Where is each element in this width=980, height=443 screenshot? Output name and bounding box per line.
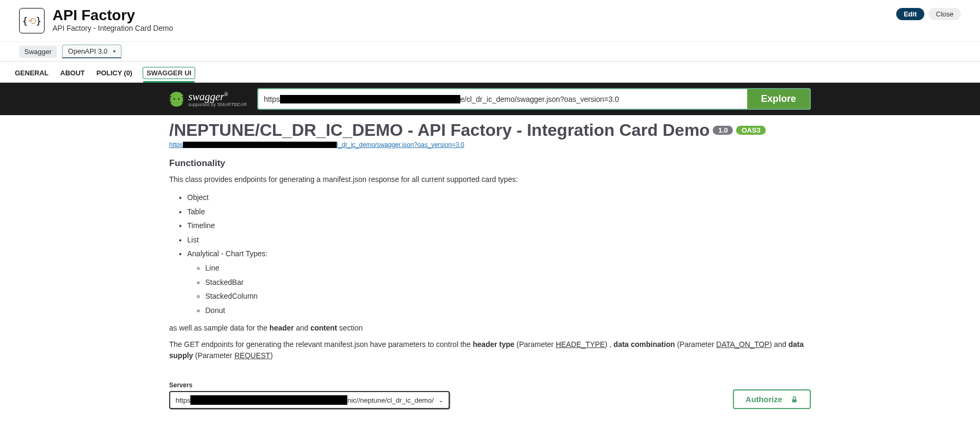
openapi-version-label: OpenAPI 3.0 bbox=[68, 47, 107, 55]
list-item: List bbox=[187, 233, 811, 247]
intro-text: This class provides endpoints for genera… bbox=[169, 174, 811, 185]
header-actions: Edit Close bbox=[896, 8, 961, 20]
redacted-block bbox=[183, 142, 337, 148]
swagger-logo-icon: {··} bbox=[169, 92, 184, 107]
page-header: {⟲} API Factory API Factory - Integratio… bbox=[0, 0, 980, 42]
oas-badge: OAS3 bbox=[736, 126, 765, 135]
page-title: API Factory bbox=[52, 8, 173, 23]
list-item: Object bbox=[187, 190, 811, 205]
servers-label: Servers bbox=[169, 381, 450, 389]
tab-general[interactable]: GENERAL bbox=[14, 67, 50, 82]
api-spec-link[interactable]: httpsl_dr_ic_demo/swagger.json?oas_versi… bbox=[169, 141, 811, 149]
edit-button[interactable]: Edit bbox=[896, 8, 924, 20]
page-subtitle: API Factory - Integration Card Demo bbox=[52, 24, 173, 32]
tab-about[interactable]: ABOUT bbox=[59, 67, 86, 82]
redacted-block bbox=[280, 95, 460, 103]
svg-rect-0 bbox=[792, 399, 797, 402]
server-select[interactable]: httpsnic//neptune/cl_dr_ic_demo/ ⌄ bbox=[169, 391, 450, 409]
server-suffix: nic//neptune/cl_dr_ic_demo/ bbox=[347, 396, 434, 404]
parameters-text: The GET endpoints for generating the rel… bbox=[169, 339, 811, 361]
sample-data-text: as well as sample data for the header an… bbox=[169, 323, 811, 334]
link-suffix: l_dr_ic_demo/swagger.json?oas_version=3.… bbox=[337, 141, 465, 149]
close-button[interactable]: Close bbox=[929, 8, 961, 20]
version-badge: 1.0 bbox=[713, 126, 733, 135]
swagger-chip: Swagger bbox=[19, 46, 57, 58]
swagger-url-bar: httpse/cl_dr_ic_demo/swagger.json?oas_ve… bbox=[257, 88, 811, 110]
header-left: {⟲} API Factory API Factory - Integratio… bbox=[19, 8, 173, 33]
sub-toolbar: Swagger OpenAPI 3.0 ▾ bbox=[0, 42, 980, 62]
swagger-supported-text: supported by SMARTBEAR bbox=[188, 102, 247, 107]
authorize-label: Authorize bbox=[746, 395, 782, 404]
title-block: API Factory API Factory - Integration Ca… bbox=[52, 8, 173, 32]
servers-block: Servers httpsnic//neptune/cl_dr_ic_demo/… bbox=[169, 381, 450, 409]
list-item: Line bbox=[205, 261, 811, 275]
swagger-url-input[interactable]: httpse/cl_dr_ic_demo/swagger.json?oas_ve… bbox=[258, 89, 747, 109]
authorize-button[interactable]: Authorize bbox=[733, 389, 811, 409]
explore-button[interactable]: Explore bbox=[747, 89, 810, 109]
api-title-row: /NEPTUNE/CL_DR_IC_DEMO - API Factory - I… bbox=[169, 120, 811, 140]
tab-swagger-ui[interactable]: SWAGGER UI bbox=[143, 67, 195, 79]
swagger-topbar: {··} swagger® supported by SMARTBEAR htt… bbox=[0, 83, 980, 115]
list-item: Timeline bbox=[187, 219, 811, 233]
swagger-logo-text: swagger® bbox=[188, 91, 228, 102]
list-item: Analytical - Chart Types: Line StackedBa… bbox=[187, 247, 811, 317]
tab-bar: GENERAL ABOUT POLICY (0) SWAGGER UI bbox=[0, 62, 980, 83]
swagger-content: /NEPTUNE/CL_DR_IC_DEMO - API Factory - I… bbox=[169, 115, 811, 430]
functionality-heading: Functionality bbox=[169, 158, 811, 169]
tab-policy[interactable]: POLICY (0) bbox=[95, 67, 134, 82]
lock-icon bbox=[791, 396, 798, 403]
url-suffix: e/cl_dr_ic_demo/swagger.json?oas_version… bbox=[460, 95, 619, 103]
chevron-down-icon: ▾ bbox=[113, 48, 116, 54]
servers-row: Servers httpsnic//neptune/cl_dr_ic_demo/… bbox=[169, 381, 811, 409]
list-item: StackedBar bbox=[205, 275, 811, 290]
analytical-label: Analytical - Chart Types: bbox=[187, 249, 267, 258]
chevron-down-icon: ⌄ bbox=[439, 397, 443, 404]
api-title: /NEPTUNE/CL_DR_IC_DEMO - API Factory - I… bbox=[169, 120, 710, 140]
card-types-list: Object Table Timeline List Analytical - … bbox=[187, 190, 811, 317]
swagger-logo: {··} swagger® supported by SMARTBEAR bbox=[169, 91, 247, 107]
app-logo: {⟲} bbox=[19, 8, 45, 33]
link-prefix: https bbox=[169, 141, 183, 149]
chart-types-sublist: Line StackedBar StackedColumn Donut bbox=[205, 261, 811, 317]
url-prefix: https bbox=[264, 95, 279, 103]
list-item: Table bbox=[187, 205, 811, 219]
openapi-version-select[interactable]: OpenAPI 3.0 ▾ bbox=[62, 45, 121, 58]
list-item: Donut bbox=[205, 303, 811, 318]
redacted-block bbox=[190, 395, 347, 405]
server-prefix: https bbox=[176, 396, 190, 404]
list-item: StackedColumn bbox=[205, 289, 811, 303]
